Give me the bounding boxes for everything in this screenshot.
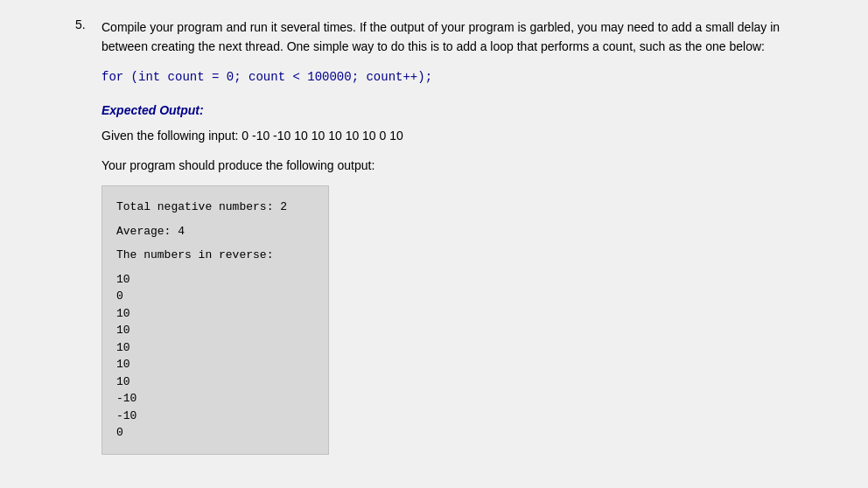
output-number: 0 (116, 288, 314, 305)
output-number: 10 (116, 373, 314, 391)
output-description: Your program should produce the followin… (102, 156, 793, 175)
output-number: 10 (116, 305, 314, 323)
output-line2: Average: 4 (116, 223, 314, 241)
output-number: 10 (116, 322, 314, 339)
output-number: 10 (116, 356, 314, 373)
step-5: 5. Compile your program and run it sever… (75, 17, 793, 455)
expected-output-title: Expected Output: (102, 101, 793, 120)
code-snippet: for (int count = 0; count < 100000; coun… (102, 67, 793, 87)
step-text: Compile your program and run it several … (102, 17, 793, 455)
output-number: 10 (116, 271, 314, 289)
step-number: 5. (75, 17, 102, 455)
output-number: -10 (116, 408, 314, 425)
output-number: 10 (116, 339, 314, 357)
content-area: 5. Compile your program and run it sever… (75, 17, 793, 455)
step-paragraph: Compile your program and run it several … (102, 17, 793, 57)
output-line3: The numbers in reverse: (116, 247, 314, 264)
output-line1: Total negative numbers: 2 (116, 199, 314, 216)
output-box: Total negative numbers: 2 Average: 4 The… (102, 185, 329, 455)
numbers-section: 1001010101010-10-100 (116, 271, 314, 442)
input-description: Given the following input: 0 -10 -10 10 … (102, 126, 793, 145)
output-number: -10 (116, 390, 314, 408)
output-number: 0 (116, 424, 314, 442)
